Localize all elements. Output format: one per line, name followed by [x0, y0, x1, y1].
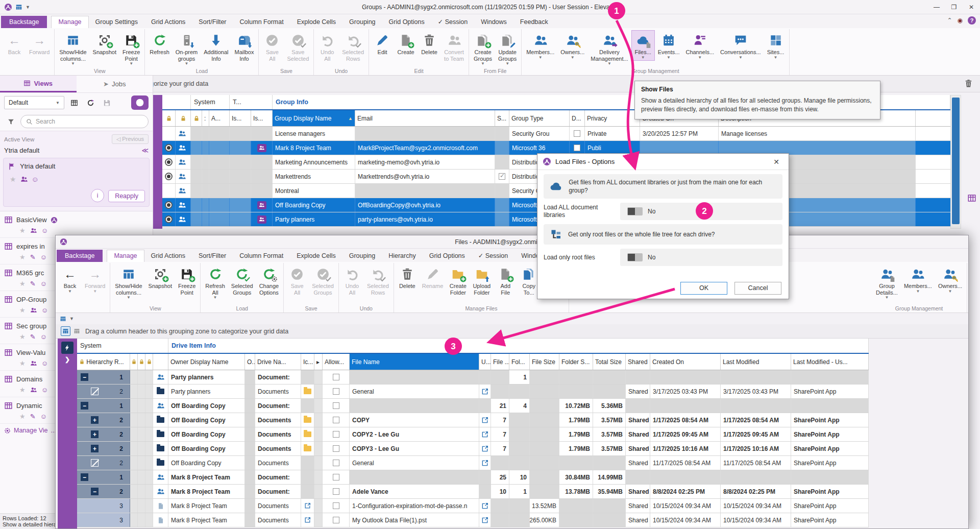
column-header-group-display-name[interactable]: Group Display Name▲ [273, 110, 355, 126]
column-header-ic[interactable]: Ic... [301, 354, 314, 370]
mailbox-info-button[interactable]: Mailbox Info [232, 30, 257, 63]
o-cell[interactable] [245, 456, 255, 470]
last-modified-by-cell[interactable]: SharePoint App [791, 513, 869, 527]
flat-view-icon[interactable] [72, 327, 81, 335]
created-on-cell[interactable]: 3/17/2025 03:43 PM [650, 384, 721, 398]
view-info-button[interactable]: i [91, 189, 104, 202]
hierarchy-cell[interactable]: −2 [77, 485, 130, 498]
o-cell[interactable] [245, 513, 255, 527]
hierarchy-cell[interactable]: 2 [77, 384, 130, 398]
last-modified-cell[interactable]: 1/17/2025 08:54 AM [721, 413, 791, 427]
files-count-cell[interactable]: 7 [491, 427, 509, 441]
file-row[interactable]: 3Mark 8 Project TeamDocumentsMy Outlook … [77, 513, 869, 527]
quick-access-caret-icon[interactable]: ▼ [26, 5, 30, 10]
hierarchy-cell[interactable]: −1 [77, 470, 130, 484]
last-modified-cell[interactable]: 1/17/2025 10:16 AM [721, 442, 791, 455]
tab-views[interactable]: Views [0, 76, 77, 92]
load-all-libraries-toggle[interactable]: No [620, 203, 782, 220]
upload-folder-button[interactable]: Upload Folder [470, 264, 494, 297]
open-link-cell[interactable] [479, 513, 491, 527]
file-size-cell[interactable] [530, 370, 559, 384]
drive-name-cell[interactable]: Documents [255, 427, 301, 441]
column-header-shared[interactable]: Shared [626, 354, 650, 370]
ok-button[interactable]: OK [680, 282, 727, 295]
allow-cell[interactable] [323, 499, 350, 513]
reapply-button[interactable]: Reapply [108, 190, 145, 202]
column-header-email[interactable]: Email [355, 110, 495, 126]
load-root-files-toggle[interactable]: No [620, 249, 782, 266]
column-header-fol[interactable]: Fol... [509, 354, 530, 370]
last-modified-cell[interactable]: 11/17/2025 08:54 AM [721, 456, 791, 470]
tab-session[interactable]: ✓ Session [472, 250, 514, 262]
drive-name-cell[interactable]: Documents [255, 456, 301, 470]
owner-display-name-cell[interactable]: Mark 8 Project Team [168, 499, 245, 513]
files-count-cell[interactable] [491, 456, 509, 470]
group-row-license-managers[interactable]: License managersSecurity GrouPrivate3/20… [162, 127, 950, 141]
o-cell[interactable] [245, 427, 255, 441]
shared-cell[interactable]: Shared [626, 413, 650, 427]
open-link-cell[interactable] [479, 427, 491, 441]
created-on-cell[interactable]: 1/17/2025 08:54 AM [650, 413, 721, 427]
back-button[interactable]: ←Back [3, 30, 26, 57]
row-select-cell[interactable] [162, 155, 176, 169]
files-count-cell[interactable] [491, 370, 509, 384]
save-all-button[interactable]: Save All [260, 30, 284, 63]
refresh-all-button[interactable]: Refresh All▼ [202, 264, 228, 301]
tab-explode-cells[interactable]: Explode Cells [290, 16, 342, 28]
star-icon[interactable]: ★ [19, 227, 26, 234]
tab-session[interactable]: ✓ Session [431, 16, 474, 28]
hierarchy-cell[interactable]: 2 [77, 456, 130, 470]
file-name-cell[interactable]: COPY2 - Lee Gu [350, 427, 479, 441]
last-modified-by-cell[interactable] [791, 370, 869, 384]
folders-count-cell[interactable]: 1 [509, 485, 530, 498]
last-modified-cell[interactable]: 10/15/2024 09:34 AM [721, 499, 791, 513]
file-size-cell[interactable] [530, 427, 559, 441]
column-header-allow[interactable]: Allow... [323, 354, 350, 370]
hierarchy-cell[interactable]: 3 [77, 513, 130, 527]
email-cell[interactable]: marketing-memo@ovh.ytria.io [355, 155, 495, 169]
o-cell[interactable] [245, 499, 255, 513]
previous-view-button[interactable]: ◁ Previous [112, 134, 149, 144]
conversations-button[interactable]: Conversations...▼ [717, 30, 764, 61]
last-modified-cell[interactable]: 8/8/2024 02:25 PM [721, 485, 791, 498]
selected-groups-button[interactable]: Selected Groups [228, 264, 256, 297]
grid1-scrollbar[interactable] [950, 95, 961, 229]
checkbox-icon[interactable] [333, 417, 339, 423]
email-cell[interactable]: Mark8ProjectTeam@sygx2.onmicrosoft.com [355, 141, 495, 155]
owner-display-name-cell[interactable]: Off Boarding Copy [168, 442, 245, 455]
shared-cell[interactable] [626, 370, 650, 384]
events-button[interactable]: Events...▼ [655, 30, 683, 61]
freeze-point-button[interactable]: Freeze Point▼ [119, 30, 143, 67]
column-header-icon[interactable]: : [202, 110, 209, 126]
expand-icon[interactable]: + [91, 445, 99, 452]
description-cell[interactable] [719, 141, 916, 155]
drive-name-cell[interactable]: Documents [255, 499, 301, 513]
owner-display-name-cell[interactable]: Off Boarding Copy [168, 456, 245, 470]
file-row[interactable]: −2Mark 8 Project TeamDocument:Adele Vanc… [77, 485, 869, 499]
folders-count-cell[interactable] [509, 442, 530, 455]
delivery-cell[interactable] [570, 141, 585, 155]
band-system[interactable]: System [77, 339, 168, 353]
create-folder-button[interactable]: Create Folder [446, 264, 470, 297]
column-header-s[interactable]: S... [495, 110, 509, 126]
open-link-cell[interactable] [479, 370, 491, 384]
total-size-cell[interactable] [593, 370, 626, 384]
search-input[interactable]: Search [20, 115, 149, 128]
files-count-cell[interactable] [491, 499, 509, 513]
column-header-a[interactable]: A... [209, 110, 230, 126]
convert-to-team-button[interactable]: Convert to Team [441, 30, 467, 63]
active-view-card[interactable]: Ytria default ★ ☺ i Reapply [3, 158, 150, 207]
add-file-button[interactable]: Add File [494, 264, 517, 297]
group-type-cell[interactable]: Security Grou [509, 127, 570, 140]
total-size-cell[interactable]: 5.36MB [593, 399, 626, 413]
folders-count-cell[interactable]: 10 [509, 470, 530, 484]
folder-size-cell[interactable]: 13.78MB [559, 485, 593, 498]
undo-all-button[interactable]: Undo All [340, 264, 364, 297]
column-header-lock[interactable] [130, 354, 138, 370]
shared-cell[interactable]: Shared [626, 442, 650, 455]
expand-icon[interactable]: + [91, 430, 99, 438]
hierarchy-cell[interactable]: −1 [77, 370, 130, 384]
maximize-button[interactable]: ❐ [945, 1, 963, 14]
column-header-total-size[interactable]: Total Size [593, 354, 626, 370]
email-cell[interactable] [355, 184, 495, 198]
